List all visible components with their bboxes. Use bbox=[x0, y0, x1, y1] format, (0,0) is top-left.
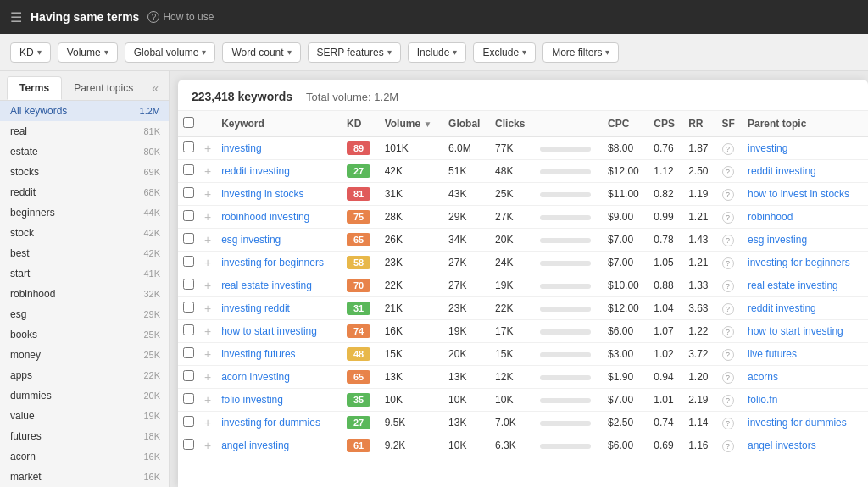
row-keyword[interactable]: angel investing bbox=[216, 434, 342, 457]
row-checkbox-cell[interactable] bbox=[178, 297, 199, 320]
sf-info-icon[interactable]: ? bbox=[722, 349, 734, 361]
add-icon[interactable]: + bbox=[204, 187, 211, 201]
add-icon[interactable]: + bbox=[204, 279, 211, 292]
th-rr[interactable]: RR bbox=[683, 111, 716, 137]
filter-word-count[interactable]: Word count▾ bbox=[222, 42, 300, 63]
add-icon[interactable]: + bbox=[204, 302, 211, 315]
sidebar-item[interactable]: apps22K bbox=[0, 365, 169, 385]
th-clicks[interactable]: Clicks bbox=[490, 111, 535, 137]
sf-info-icon[interactable]: ? bbox=[722, 326, 734, 338]
add-icon[interactable]: + bbox=[204, 256, 211, 269]
row-checkbox-cell[interactable] bbox=[178, 252, 199, 274]
row-checkbox[interactable] bbox=[183, 393, 194, 404]
row-checkbox-cell[interactable] bbox=[178, 412, 199, 434]
row-add-cell[interactable]: + bbox=[199, 206, 216, 229]
add-icon[interactable]: + bbox=[204, 164, 211, 178]
row-checkbox-cell[interactable] bbox=[178, 343, 199, 366]
row-keyword[interactable]: real estate investing bbox=[216, 274, 342, 297]
row-checkbox[interactable] bbox=[183, 302, 194, 313]
filter-serp-features[interactable]: SERP features▾ bbox=[308, 42, 401, 63]
filter-exclude[interactable]: Exclude▾ bbox=[473, 42, 536, 63]
sidebar-item[interactable]: money25K bbox=[0, 345, 169, 365]
filter-volume[interactable]: Volume▾ bbox=[58, 42, 118, 63]
th-global[interactable]: Global bbox=[443, 111, 490, 137]
keyword-link[interactable]: reddit investing bbox=[221, 165, 290, 177]
row-checkbox[interactable] bbox=[183, 164, 194, 175]
sf-info-icon[interactable]: ? bbox=[722, 418, 734, 429]
parent-topic-link[interactable]: how to invest in stocks bbox=[748, 188, 849, 200]
parent-topic-link[interactable]: esg investing bbox=[748, 234, 807, 246]
keyword-link[interactable]: investing bbox=[221, 142, 261, 154]
menu-icon[interactable]: ☰ bbox=[10, 9, 22, 25]
row-checkbox[interactable] bbox=[183, 233, 194, 244]
parent-topic-link[interactable]: reddit investing bbox=[748, 302, 816, 314]
row-parent-topic[interactable]: reddit investing bbox=[743, 160, 868, 183]
row-checkbox-cell[interactable] bbox=[178, 320, 199, 343]
row-checkbox-cell[interactable] bbox=[178, 366, 199, 389]
th-parent-topic[interactable]: Parent topic bbox=[743, 111, 868, 137]
row-parent-topic[interactable]: folio.fn bbox=[743, 389, 868, 412]
row-checkbox[interactable] bbox=[183, 187, 194, 198]
row-checkbox-cell[interactable] bbox=[178, 137, 199, 160]
row-add-cell[interactable]: + bbox=[199, 412, 216, 434]
row-parent-topic[interactable]: robinhood bbox=[743, 206, 868, 229]
keyword-link[interactable]: investing for beginners bbox=[221, 257, 324, 268]
tab-parent-topics[interactable]: Parent topics bbox=[62, 77, 145, 99]
sidebar-item[interactable]: esg29K bbox=[0, 304, 169, 324]
parent-topic-link[interactable]: how to start investing bbox=[748, 325, 843, 337]
collapse-icon[interactable]: « bbox=[148, 78, 162, 98]
sf-info-icon[interactable]: ? bbox=[722, 166, 734, 178]
parent-topic-link[interactable]: live futures bbox=[748, 348, 797, 360]
add-icon[interactable]: + bbox=[204, 393, 211, 407]
sidebar-item[interactable]: value19K bbox=[0, 406, 169, 426]
sidebar-item[interactable]: stock42K bbox=[0, 223, 169, 243]
parent-topic-link[interactable]: investing for beginners bbox=[748, 257, 850, 268]
add-icon[interactable]: + bbox=[204, 324, 211, 338]
row-checkbox[interactable] bbox=[183, 439, 194, 450]
row-parent-topic[interactable]: esg investing bbox=[743, 229, 868, 252]
sf-info-icon[interactable]: ? bbox=[722, 372, 734, 384]
row-keyword[interactable]: investing in stocks bbox=[216, 183, 342, 206]
add-icon[interactable]: + bbox=[204, 370, 211, 384]
row-add-cell[interactable]: + bbox=[199, 389, 216, 412]
th-sf[interactable]: SF bbox=[717, 111, 743, 137]
sf-info-icon[interactable]: ? bbox=[722, 280, 734, 292]
keyword-link[interactable]: esg investing bbox=[221, 234, 281, 246]
sidebar-item[interactable]: best42K bbox=[0, 243, 169, 263]
parent-topic-link[interactable]: acorns bbox=[748, 371, 778, 383]
add-icon[interactable]: + bbox=[204, 210, 211, 224]
add-icon[interactable]: + bbox=[204, 439, 211, 452]
sidebar-item[interactable]: acorn16K bbox=[0, 446, 169, 467]
keyword-link[interactable]: investing for dummies bbox=[221, 417, 320, 429]
row-checkbox-cell[interactable] bbox=[178, 229, 199, 252]
filter-kd[interactable]: KD▾ bbox=[10, 42, 51, 63]
add-icon[interactable]: + bbox=[204, 416, 211, 429]
sidebar-item[interactable]: futures18K bbox=[0, 426, 169, 446]
sidebar-item[interactable]: robinhood32K bbox=[0, 284, 169, 304]
keyword-link[interactable]: robinhood investing bbox=[221, 211, 309, 223]
keyword-link[interactable]: acorn investing bbox=[221, 371, 290, 383]
th-keyword[interactable]: Keyword bbox=[216, 111, 342, 137]
row-parent-topic[interactable]: real estate investing bbox=[743, 274, 868, 297]
row-parent-topic[interactable]: angel investors bbox=[743, 434, 868, 457]
sidebar-item[interactable]: books25K bbox=[0, 324, 169, 345]
keyword-link[interactable]: folio investing bbox=[221, 394, 283, 406]
row-add-cell[interactable]: + bbox=[199, 229, 216, 252]
parent-topic-link[interactable]: folio.fn bbox=[748, 394, 777, 406]
sidebar-item[interactable]: beginners44K bbox=[0, 202, 169, 223]
row-keyword[interactable]: how to start investing bbox=[216, 320, 342, 343]
parent-topic-link[interactable]: investing for dummies bbox=[748, 417, 847, 429]
sf-info-icon[interactable]: ? bbox=[722, 440, 734, 452]
parent-topic-link[interactable]: investing bbox=[748, 142, 787, 154]
sidebar-item[interactable]: All keywords1.2M bbox=[0, 101, 169, 121]
row-parent-topic[interactable]: investing for beginners bbox=[743, 252, 868, 274]
row-add-cell[interactable]: + bbox=[199, 366, 216, 389]
row-parent-topic[interactable]: acorns bbox=[743, 366, 868, 389]
row-parent-topic[interactable]: reddit investing bbox=[743, 297, 868, 320]
row-checkbox[interactable] bbox=[183, 324, 194, 335]
parent-topic-link[interactable]: robinhood bbox=[748, 211, 793, 223]
keyword-link[interactable]: real estate investing bbox=[221, 279, 312, 291]
filter-more-filters[interactable]: More filters▾ bbox=[542, 42, 619, 63]
row-add-cell[interactable]: + bbox=[199, 160, 216, 183]
sidebar-item[interactable]: real81K bbox=[0, 121, 169, 141]
